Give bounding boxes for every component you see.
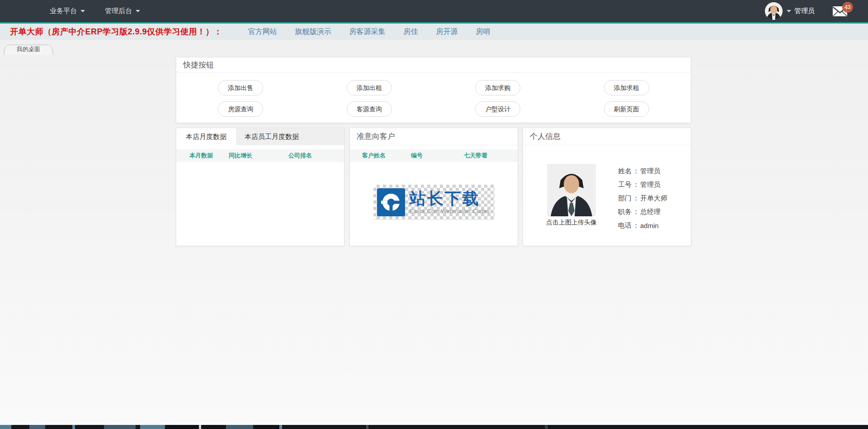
field-phone-label: 电话 — [618, 221, 640, 230]
personal-info-panel: 个人信息 点击上图上传头像 姓名 管理员 工号 管 — [523, 128, 691, 246]
nav-menu-admin[interactable]: 管理后台 — [105, 7, 140, 15]
upload-avatar-hint: 点击上图上传头像 — [544, 219, 599, 227]
intent-customers-panel: 准意向客户 客户姓名 编号 七天带看 站长下载 Easck.Com Webmas… — [349, 128, 518, 246]
link-fangkaiyuan[interactable]: 房开源 — [436, 27, 458, 37]
link-fangshao[interactable]: 房哨 — [476, 27, 491, 37]
mail-badge: 43 — [842, 2, 853, 13]
link-official-site[interactable]: 官方网站 — [248, 27, 277, 37]
field-department-value: 开单大师 — [640, 194, 667, 203]
field-name: 姓名 管理员 — [618, 164, 667, 178]
top-navbar: 业务平台 管理后台 管理员 4 — [0, 0, 868, 22]
quick-panel-title: 快捷按钮 — [176, 57, 691, 73]
field-employee-id-label: 工号 — [618, 181, 640, 189]
customers-panel-title: 准意向客户 — [350, 128, 518, 145]
watermark-subtitle: Easck.Com Webmaster Codes — [410, 208, 490, 214]
tab-store-monthly[interactable]: 本店月度数据 — [176, 128, 236, 145]
col-company-rank: 公司排名 — [288, 152, 344, 160]
field-position: 职务 总经理 — [618, 205, 667, 219]
quick-buttons-grid: 添加出售 添加出租 添加求购 添加求租 房源查询 客源查询 户型设计 刷新页面 — [176, 73, 691, 117]
announcement-bar: 开单大师（房产中介ERP学习版2.9.9仅供学习使用！）： 官方网站 旗舰版演示… — [0, 24, 868, 40]
chevron-down-icon — [136, 10, 140, 12]
user-menu[interactable]: 管理员 — [787, 7, 815, 15]
user-name: 管理员 — [794, 7, 815, 15]
chevron-down-icon — [80, 10, 85, 12]
profile-panel-title: 个人信息 — [523, 128, 691, 145]
field-employee-id: 工号 管理员 — [618, 178, 667, 191]
easck-logo-icon — [377, 188, 405, 216]
col-customer-id: 编号 — [411, 152, 464, 160]
col-month-data: 本月数据 — [189, 152, 229, 160]
profile-body: 点击上图上传头像 姓名 管理员 工号 管理员 部门 开单大师 职务 总经理 电话… — [523, 145, 691, 232]
nav-menu-admin-label: 管理后台 — [105, 7, 132, 15]
col-seven-day-viewings: 七天带看 — [464, 152, 518, 160]
link-flagship-demo[interactable]: 旗舰版演示 — [295, 27, 331, 37]
add-sale-button[interactable]: 添加出售 — [218, 80, 263, 95]
mail-button[interactable]: 43 — [833, 6, 847, 16]
quick-buttons-panel: 快捷按钮 添加出售 添加出租 添加求购 添加求租 房源查询 客源查询 户型设计 … — [176, 57, 691, 123]
field-position-label: 职务 — [618, 208, 640, 216]
avatar-photo-icon — [765, 2, 783, 20]
field-phone: 电话 admin — [618, 219, 667, 232]
field-employee-id-value: 管理员 — [640, 181, 660, 189]
profile-photo-icon — [547, 164, 596, 216]
tab-staff-monthly[interactable]: 本店员工月度数据 — [236, 128, 307, 145]
placeholder-watermark-image: 站长下载 Easck.Com Webmaster Codes — [373, 185, 495, 220]
chevron-down-icon — [787, 10, 791, 12]
add-rent-button[interactable]: 添加出租 — [347, 80, 392, 95]
watermark-title: 站长下载 — [410, 190, 490, 207]
add-rent-request-button[interactable]: 添加求租 — [604, 80, 649, 95]
store-monthly-panel: 本店月度数据 本店员工月度数据 本月数据 同比增长 公司排名 — [176, 128, 344, 246]
customers-table-header: 客户姓名 编号 七天带看 — [350, 149, 518, 162]
profile-photo-upload[interactable] — [547, 164, 596, 216]
profile-fields: 姓名 管理员 工号 管理员 部门 开单大师 职务 总经理 电话 admin — [618, 164, 667, 232]
announcement-notice: 开单大师（房产中介ERP学习版2.9.9仅供学习使用！）： — [10, 26, 222, 37]
floorplan-design-button[interactable]: 户型设计 — [475, 101, 520, 117]
link-listing-capture[interactable]: 房客源采集 — [349, 27, 386, 37]
field-name-label: 姓名 — [618, 167, 640, 176]
monthly-table-header: 本月数据 同比增长 公司排名 — [176, 149, 344, 162]
link-fangjia[interactable]: 房佳 — [404, 27, 418, 37]
tab-my-desktop[interactable]: 我的桌面 — [4, 44, 53, 55]
field-name-value: 管理员 — [640, 167, 660, 176]
field-department: 部门 开单大师 — [618, 191, 667, 205]
taskbar-sliver — [0, 425, 868, 429]
field-department-label: 部门 — [618, 194, 640, 203]
listing-search-button[interactable]: 房源查询 — [218, 101, 263, 117]
nav-user-area: 管理员 43 — [765, 0, 847, 22]
monthly-panel-tabs: 本店月度数据 本店员工月度数据 — [176, 128, 344, 145]
field-phone-value: admin — [640, 222, 659, 229]
nav-menus: 业务平台 管理后台 — [50, 7, 140, 15]
nav-menu-business[interactable]: 业务平台 — [50, 7, 85, 15]
customer-search-button[interactable]: 客源查询 — [347, 101, 392, 117]
col-yoy-growth: 同比增长 — [229, 152, 288, 160]
field-position-value: 总经理 — [640, 208, 660, 216]
avatar[interactable] — [765, 2, 783, 20]
watermark-text: 站长下载 Easck.Com Webmaster Codes — [410, 190, 490, 214]
refresh-page-button[interactable]: 刷新页面 — [604, 101, 649, 117]
add-buy-request-button[interactable]: 添加求购 — [475, 80, 520, 95]
profile-photo-column: 点击上图上传头像 — [544, 164, 599, 232]
announcement-links: 官方网站 旗舰版演示 房客源采集 房佳 房开源 房哨 — [248, 27, 491, 37]
nav-menu-business-label: 业务平台 — [50, 7, 77, 15]
col-customer-name: 客户姓名 — [362, 152, 411, 160]
tab-my-desktop-label: 我的桌面 — [4, 44, 53, 55]
